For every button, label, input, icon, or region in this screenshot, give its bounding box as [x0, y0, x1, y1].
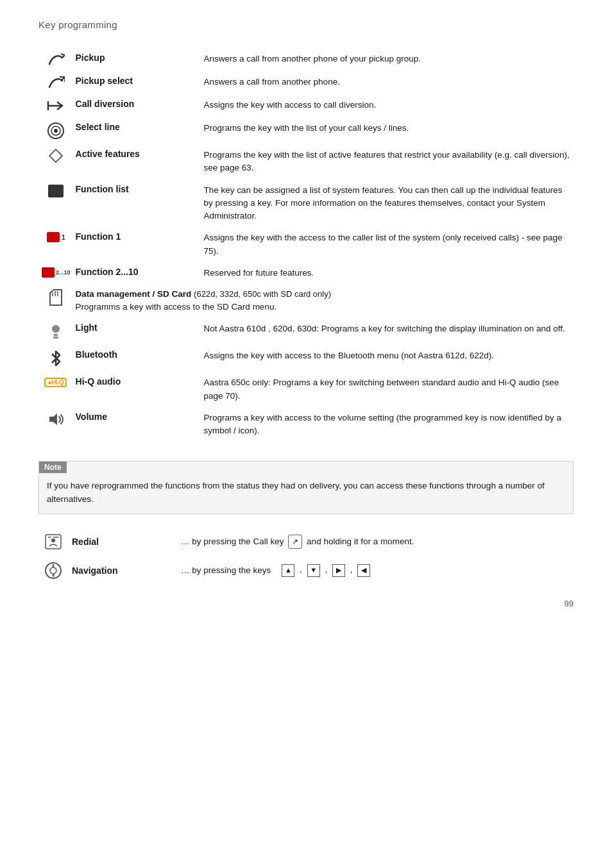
feature-desc: Assigns the key with access to the Bluet… [204, 351, 495, 360]
note-content: If you have reprogrammed the functions f… [39, 473, 573, 513]
volume-icon [47, 413, 65, 423]
table-row: Redial … by pressing the Call key ↗ and … [40, 528, 572, 555]
table-row: Navigation … by pressing the keys ▲ , ▼ … [40, 556, 572, 585]
table-row: Call diversion Assigns the key with acce… [38, 94, 574, 117]
svg-marker-8 [49, 149, 62, 162]
feature-desc: Answers a call from another phone of you… [204, 54, 421, 63]
feature-name: Active features [76, 149, 140, 159]
svg-rect-10 [47, 232, 60, 242]
feature-name: Data management / SD Card [76, 289, 192, 299]
feature-name: Function 1 [76, 231, 121, 242]
alternative-name: Navigation [72, 565, 118, 576]
alternative-desc-prefix: … by pressing the Call key [181, 536, 284, 546]
bluetooth-icon [50, 353, 62, 363]
function-1-icon: 1 [46, 235, 65, 245]
table-row: 1 Function 1 Assigns the key with the ac… [38, 227, 574, 262]
svg-point-15 [52, 325, 60, 333]
svg-point-24 [50, 567, 56, 574]
function-2-10-icon: 2...10 [41, 270, 71, 280]
feature-name-suffix: (622d, 332d, 650c with SD card only) [194, 289, 331, 299]
feature-name: Select line [76, 122, 120, 132]
svg-marker-26 [52, 574, 55, 578]
feature-table: Pickup Answers a call from another phone… [38, 48, 574, 442]
feature-name: Function list [76, 184, 129, 194]
feature-name: Pickup [76, 53, 105, 63]
svg-marker-18 [49, 413, 57, 425]
nav-arrow-left: ◀ [357, 564, 370, 577]
feature-desc: Programs a key with access to the volume… [204, 413, 562, 435]
table-row: Select line Programs the key with the li… [38, 117, 574, 144]
feature-name: Bluetooth [76, 349, 117, 360]
feature-name: Call diversion [76, 99, 135, 109]
table-row: Function list The key can be assigned a … [38, 179, 574, 228]
redial-icon [44, 535, 62, 546]
nav-arrow-down: ▼ [307, 564, 320, 577]
table-row: Active features Programs the key with th… [38, 144, 574, 179]
comma-sep: , [325, 565, 327, 574]
table-row: Pickup Answers a call from another phone… [38, 48, 574, 71]
page-number: 99 [38, 599, 574, 608]
svg-point-6 [54, 129, 58, 133]
svg-rect-9 [48, 185, 64, 197]
svg-marker-25 [52, 563, 55, 567]
nav-arrow-up: ▲ [282, 564, 294, 577]
table-row: Light Not Aastra 610d , 620d, 630d: Prog… [38, 318, 574, 345]
comma-sep: , [300, 565, 302, 574]
feature-desc: Programs the key with the list of your c… [204, 123, 409, 133]
table-row: Volume Programs a key with access to the… [38, 407, 574, 442]
svg-rect-17 [53, 337, 58, 338]
table-row: ●Hi-Q Hi-Q audio Aastra 650c only: Progr… [38, 372, 574, 407]
feature-name: Volume [76, 412, 108, 422]
function-list-icon [47, 185, 64, 195]
feature-desc: Reserved for future features. [204, 268, 314, 278]
note-box: Note If you have reprogrammed the functi… [38, 461, 574, 514]
feature-name: Light [76, 322, 98, 333]
alternative-desc-prefix: … by pressing the keys [181, 565, 271, 574]
pickup-icon [47, 54, 65, 64]
active-features-icon [49, 150, 63, 160]
feature-desc: Not Aastra 610d , 620d, 630d: Programs a… [204, 324, 565, 333]
page-title: Key programming [38, 19, 574, 30]
pickup-select-icon [47, 77, 65, 87]
feature-name: Hi-Q audio [76, 376, 121, 387]
feature-desc: Programms a key with access to the SD Ca… [76, 302, 277, 312]
call-key-icon: ↗ [288, 535, 302, 549]
nav-arrow-right: ▶ [332, 564, 345, 577]
call-diversion-icon [47, 100, 65, 110]
feature-desc: Assigns the key with the access to the c… [204, 233, 563, 255]
table-row: 2...10 Function 2...10 Reserved for futu… [38, 262, 574, 285]
alternative-desc-suffix: and holding it for a moment. [307, 536, 414, 546]
hiq-audio-icon: ●Hi-Q [44, 376, 67, 387]
feature-desc: Programs the key with the list of active… [204, 150, 570, 172]
svg-rect-11 [42, 267, 55, 278]
feature-name: Function 2...10 [76, 267, 139, 277]
svg-line-1 [61, 54, 65, 55]
alternatives-table: Redial … by pressing the Call key ↗ and … [38, 527, 574, 586]
feature-desc: Aastra 650c only: Programs a key for swi… [204, 378, 559, 400]
light-icon [48, 326, 64, 336]
svg-point-20 [51, 538, 55, 542]
feature-desc: The key can be assigned a list of system… [204, 185, 563, 221]
feature-desc: Assigns the key with access to call dive… [204, 100, 377, 110]
table-row: Bluetooth Assigns the key with access to… [38, 345, 574, 372]
table-row: Data management / SD Card (622d, 332d, 6… [38, 285, 574, 319]
comma-sep: , [350, 565, 353, 574]
feature-name: Pickup select [76, 76, 133, 86]
note-header: Note [39, 462, 67, 473]
feature-desc: Answers a call from another phone. [204, 77, 340, 87]
select-line-icon [47, 125, 65, 135]
navigation-icon [44, 564, 62, 574]
sd-card-icon [49, 291, 63, 301]
svg-rect-16 [54, 334, 58, 336]
table-row: Pickup select Answers a call from anothe… [38, 71, 574, 94]
alternative-name: Redial [72, 537, 99, 547]
